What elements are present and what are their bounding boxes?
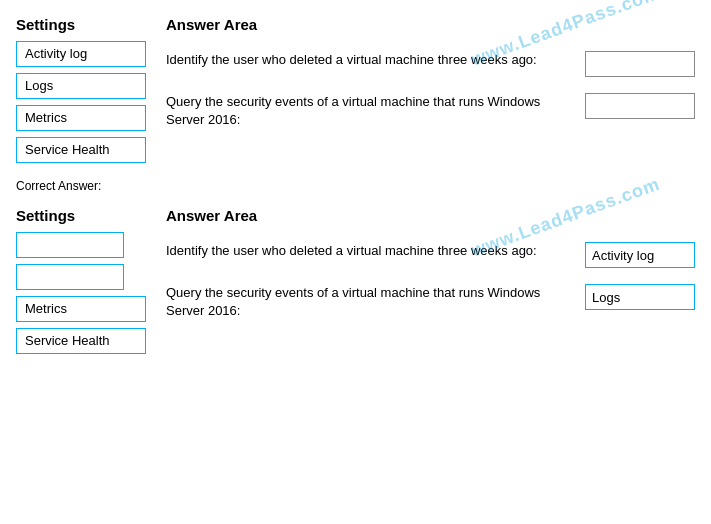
- settings-item-empty-2: [16, 264, 124, 290]
- question-2: Query the security events of a virtual m…: [166, 93, 575, 129]
- answer-row-4: Query the security events of a virtual m…: [166, 284, 695, 320]
- settings-item-service-health-2[interactable]: Service Health: [16, 328, 146, 354]
- question-3: Identify the user who deleted a virtual …: [166, 242, 575, 260]
- section-2: Settings Metrics Service Health Answer A…: [16, 207, 695, 360]
- settings-item-service-health[interactable]: Service Health: [16, 137, 146, 163]
- answer-col-2: Answer Area Identify the user who delete…: [166, 207, 695, 360]
- answer-col-1: Answer Area Identify the user who delete…: [166, 16, 695, 169]
- answer-box-1[interactable]: [585, 51, 695, 77]
- settings-item-logs[interactable]: Logs: [16, 73, 146, 99]
- answer-row-2: Query the security events of a virtual m…: [166, 93, 695, 129]
- settings-title-2: Settings: [16, 207, 146, 224]
- answer-box-3[interactable]: Activity log: [585, 242, 695, 268]
- question-1: Identify the user who deleted a virtual …: [166, 51, 575, 69]
- answer-row-3: Identify the user who deleted a virtual …: [166, 242, 695, 268]
- settings-item-empty-1: [16, 232, 124, 258]
- answer-row-1: Identify the user who deleted a virtual …: [166, 51, 695, 77]
- settings-title-1: Settings: [16, 16, 146, 33]
- answer-box-4[interactable]: Logs: [585, 284, 695, 310]
- settings-item-metrics[interactable]: Metrics: [16, 105, 146, 131]
- settings-item-metrics-2[interactable]: Metrics: [16, 296, 146, 322]
- answer-title-2: Answer Area: [166, 207, 695, 224]
- correct-answer-label: Correct Answer:: [16, 179, 695, 193]
- settings-col-1: Settings Activity log Logs Metrics Servi…: [16, 16, 146, 169]
- answer-title-1: Answer Area: [166, 16, 695, 33]
- settings-item-activity-log[interactable]: Activity log: [16, 41, 146, 67]
- question-4: Query the security events of a virtual m…: [166, 284, 575, 320]
- settings-col-2: Settings Metrics Service Health: [16, 207, 146, 360]
- section-1: Settings Activity log Logs Metrics Servi…: [16, 16, 695, 169]
- answer-box-2[interactable]: [585, 93, 695, 119]
